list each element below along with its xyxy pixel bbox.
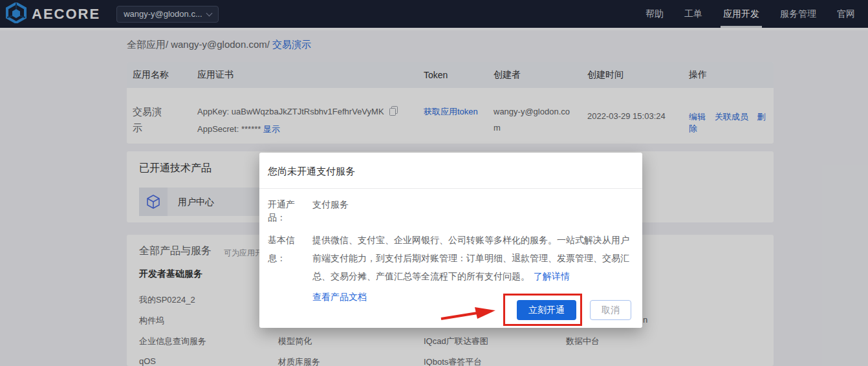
cancel-button[interactable]: 取消	[590, 300, 631, 320]
info-field-content: 提供微信、支付宝、企业网银行、公司转账等多样化的服务。一站式解决从用户前端支付能…	[312, 231, 634, 303]
dialog-title: 您尚未开通支付服务	[259, 153, 642, 178]
open-payment-service-dialog: 您尚未开通支付服务 开通产品： 支付服务 基本信息： 提供微信、支付宝、企业网银…	[259, 153, 642, 328]
dialog-body: 开通产品： 支付服务 基本信息： 提供微信、支付宝、企业网银行、公司转账等多样化…	[268, 198, 634, 303]
view-product-docs-link[interactable]: 查看产品文档	[312, 292, 367, 302]
annotation-highlight-box	[503, 294, 582, 326]
annotation-arrow-icon	[437, 303, 497, 325]
info-text: 提供微信、支付宝、企业网银行、公司转账等多样化的服务。一站式解决从用户前端支付能…	[312, 235, 629, 281]
product-field-value: 支付服务	[312, 198, 349, 224]
dialog-divider	[259, 188, 642, 189]
product-field-label: 开通产品：	[268, 198, 312, 224]
info-field-label: 基本信息：	[268, 231, 312, 303]
learn-more-link[interactable]: 了解详情	[534, 271, 570, 281]
app-page: AECORE wangy-y@glodon.c... 帮助 工单 应用开发 服务…	[0, 0, 868, 366]
